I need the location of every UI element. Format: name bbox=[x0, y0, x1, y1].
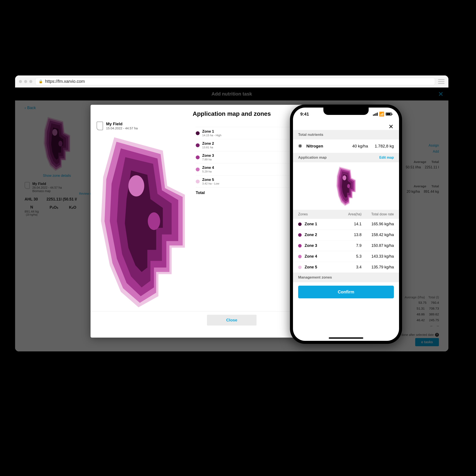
zone-color-dot bbox=[298, 255, 302, 258]
zone-color-dot bbox=[298, 266, 302, 269]
phone-mockup: 9:41 📶 ✕ Total nutrients ❋ Nitrogen 40 k… bbox=[290, 104, 402, 344]
home-indicator[interactable] bbox=[329, 337, 363, 339]
menu-icon[interactable] bbox=[438, 79, 444, 84]
battery-icon bbox=[386, 113, 392, 116]
zone-color-dot bbox=[196, 155, 200, 159]
zone-color-dot bbox=[196, 143, 200, 147]
modal-field-info: My Field 15.04.2022 - 44.57 ha bbox=[97, 122, 191, 130]
zone-color-dot bbox=[196, 168, 200, 171]
application-map-header: Application map Edit map bbox=[293, 153, 399, 162]
phone-zone-row[interactable]: Zone 3 7.9 150.87 kg/ha bbox=[293, 240, 399, 251]
edit-map-link[interactable]: Edit map bbox=[379, 156, 394, 160]
phone-zone-row[interactable]: Zone 1 14.1 165.96 kg/ha bbox=[293, 219, 399, 230]
zone-color-dot bbox=[196, 180, 200, 184]
zone-color-dot bbox=[298, 244, 302, 247]
management-zones-header: Management zones bbox=[293, 273, 399, 282]
zone-color-dot bbox=[298, 233, 302, 237]
phone-zone-row[interactable]: Zone 5 3.4 135.79 kg/ha bbox=[293, 262, 399, 273]
close-button[interactable]: Close bbox=[207, 315, 256, 325]
total-nutrients-header: Total nutrients bbox=[293, 130, 399, 139]
browser-chrome: 🔒 https://fm.xarvio.com bbox=[15, 75, 448, 87]
phone-zone-header: Zones Area(ha) Total dose rate bbox=[293, 210, 399, 219]
field-shape-icon bbox=[97, 122, 103, 130]
phone-field-map[interactable] bbox=[293, 162, 399, 210]
url-text: https://fm.xarvio.com bbox=[45, 79, 85, 84]
address-bar[interactable]: 🔒 https://fm.xarvio.com bbox=[35, 78, 435, 85]
nutrient-icon: ❋ bbox=[298, 143, 303, 149]
phone-notch bbox=[323, 108, 369, 115]
phone-zone-row[interactable]: Zone 2 13.8 158.42 kg/ha bbox=[293, 230, 399, 240]
zone-color-dot bbox=[196, 131, 200, 135]
modal-field-sub: 15.04.2022 - 44.57 ha bbox=[106, 126, 138, 130]
modal-field-map bbox=[97, 133, 189, 309]
status-time: 9:41 bbox=[300, 112, 309, 117]
lock-icon: 🔒 bbox=[39, 79, 43, 84]
zone-color-dot bbox=[298, 222, 302, 226]
traffic-lights[interactable] bbox=[19, 80, 32, 83]
wifi-icon: 📶 bbox=[379, 111, 384, 117]
phone-close-icon[interactable]: ✕ bbox=[389, 123, 393, 130]
phone-zone-row[interactable]: Zone 4 5.3 143.33 kg/ha bbox=[293, 251, 399, 262]
signal-icon bbox=[373, 113, 378, 116]
nutrient-row[interactable]: ❋ Nitrogen 40 kg/ha 1.782,8 kg bbox=[293, 139, 399, 153]
confirm-button[interactable]: Confirm bbox=[298, 286, 394, 298]
modal-field-name: My Field bbox=[106, 122, 138, 126]
